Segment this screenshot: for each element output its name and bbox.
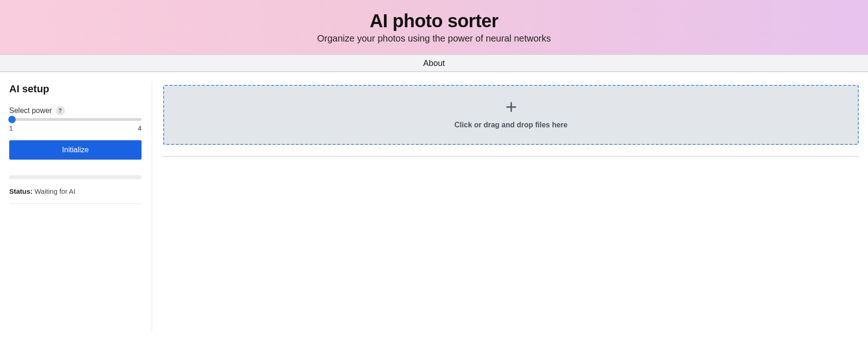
power-label: Select power bbox=[9, 107, 52, 115]
slider-min: 1 bbox=[9, 125, 13, 132]
app-subtitle: Organize your photos using the power of … bbox=[317, 33, 551, 44]
slider-track bbox=[9, 118, 142, 121]
sidebar-heading: AI setup bbox=[9, 83, 142, 95]
status-value: Waiting for AI bbox=[35, 187, 76, 195]
nav-about-link[interactable]: About bbox=[423, 59, 445, 68]
slider-max: 4 bbox=[138, 125, 142, 132]
content-area: AI setup Select power ? 1 4 Initialize S… bbox=[0, 72, 868, 340]
slider-thumb[interactable] bbox=[8, 116, 16, 123]
slider-ticks: 1 4 bbox=[9, 125, 142, 132]
help-icon[interactable]: ? bbox=[56, 106, 65, 115]
dropzone-text: Click or drag and drop files here bbox=[455, 121, 567, 129]
status-label: Status: bbox=[9, 187, 33, 195]
status-row: Status: Waiting for AI bbox=[9, 187, 142, 204]
initialize-button[interactable]: Initialize bbox=[9, 140, 142, 160]
file-dropzone[interactable]: Click or drag and drop files here bbox=[163, 85, 859, 145]
sidebar: AI setup Select power ? 1 4 Initialize S… bbox=[9, 81, 152, 331]
divider bbox=[163, 156, 859, 157]
hero-banner: AI photo sorter Organize your photos usi… bbox=[0, 0, 868, 54]
main-panel: Click or drag and drop files here bbox=[152, 81, 859, 331]
app-title: AI photo sorter bbox=[370, 11, 498, 31]
power-slider[interactable] bbox=[9, 118, 142, 121]
plus-icon bbox=[505, 101, 518, 113]
nav-bar: About bbox=[0, 54, 868, 72]
power-label-row: Select power ? bbox=[9, 106, 142, 115]
progress-bar bbox=[9, 175, 142, 179]
